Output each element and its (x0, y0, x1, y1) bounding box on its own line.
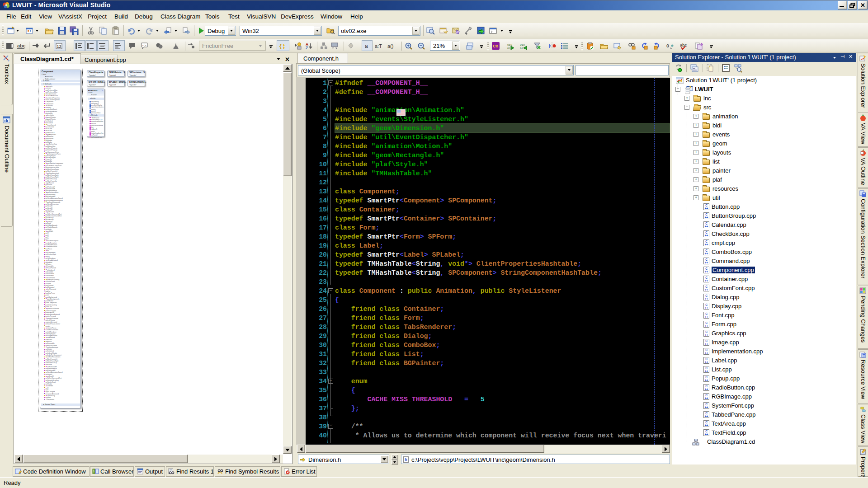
svg-text:O: O (666, 44, 669, 49)
svg-text:{: { (279, 43, 282, 50)
svg-text:010: 010 (520, 43, 525, 47)
svg-text:12: 12 (57, 44, 61, 49)
svg-text:Co: Co (493, 44, 498, 48)
svg-text:abc: abc (680, 43, 687, 47)
svg-text:<>: <> (142, 44, 146, 47)
svg-text:011: 011 (520, 47, 525, 50)
svg-text:a: a (365, 43, 368, 49)
svg-text:011: 011 (507, 47, 512, 50)
svg-text:a(): a() (387, 43, 393, 49)
svg-text:abc: abc (17, 43, 25, 48)
svg-text:010: 010 (507, 43, 512, 47)
svg-text:a:T: a:T (375, 43, 382, 49)
svg-text:Z: Z (306, 46, 308, 50)
